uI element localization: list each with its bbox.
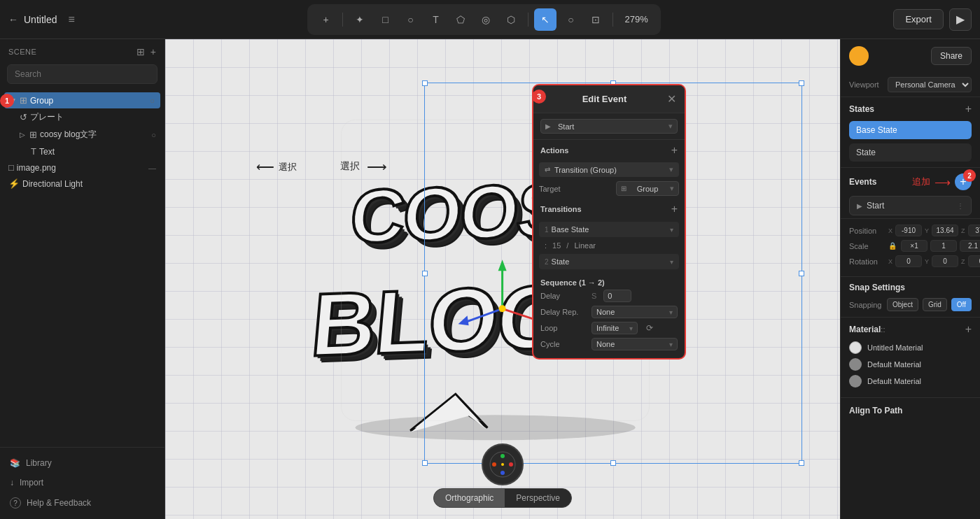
- material-item-3[interactable]: Default Material: [849, 375, 972, 388]
- snap-object-btn[interactable]: Object: [887, 298, 918, 311]
- zoom-level[interactable]: 279%: [619, 14, 653, 24]
- state2-label: State: [552, 257, 570, 266]
- tree-item-group[interactable]: 1 ▼ ⊞ Group ○: [4, 92, 160, 108]
- rot-z-value[interactable]: 0: [968, 255, 980, 267]
- states-title: States: [849, 104, 874, 114]
- scale-z-value[interactable]: 2.1: [960, 240, 980, 252]
- easing-sep: /: [566, 241, 568, 250]
- import-item[interactable]: ↓ Import: [0, 473, 164, 492]
- tool-select[interactable]: ↖: [534, 8, 556, 31]
- pos-z-value[interactable]: 375: [968, 225, 980, 236]
- material-grid-icon: ::: [881, 325, 885, 334]
- scale-label: Scale: [849, 242, 886, 250]
- states-header: States +: [849, 103, 972, 115]
- rot-y-value[interactable]: 0: [932, 255, 958, 267]
- loop-select[interactable]: Infinite ▾: [592, 322, 638, 334]
- panel-close-button[interactable]: ✕: [667, 92, 676, 106]
- grid-view-icon[interactable]: ⊞: [136, 46, 145, 57]
- add-transition-button[interactable]: +: [671, 203, 678, 215]
- scale-x-value[interactable]: ×1: [901, 240, 927, 252]
- scale-y-value[interactable]: 1: [930, 240, 957, 252]
- canvas-area[interactable]: COOSY COOSY COOSY COOSY BLOG BLOG BLOG B…: [165, 39, 840, 519]
- tool-text[interactable]: T: [424, 8, 447, 31]
- share-button[interactable]: Share: [931, 47, 972, 65]
- orthographic-btn[interactable]: Orthographic: [434, 489, 505, 507]
- material-item-2[interactable]: Default Material: [849, 358, 972, 371]
- state-chip[interactable]: State: [849, 143, 972, 162]
- start-event-chip[interactable]: ▶ Start ⋮: [849, 196, 972, 215]
- tool-rectangle[interactable]: □: [374, 8, 396, 31]
- tool-pentagon[interactable]: ⬠: [449, 8, 472, 31]
- add-event-button[interactable]: + 2: [955, 173, 972, 190]
- main-content: Scene ⊞ + 1 ▼ ⊞ Group ○ ↺ プレート: [0, 39, 980, 519]
- tool-add[interactable]: +: [314, 8, 337, 31]
- states-section: States + Base State State: [841, 97, 980, 168]
- rot-x-value[interactable]: 0: [895, 255, 922, 267]
- coosy-label: coosy blog文字: [40, 129, 148, 141]
- back-button[interactable]: ←: [8, 14, 18, 25]
- easing-label: Linear: [574, 241, 596, 250]
- perspective-btn[interactable]: Perspective: [505, 489, 571, 507]
- tree-item-light[interactable]: ⚡ Directional Light: [0, 176, 164, 192]
- material-section: Material :: + Untitled Material Default …: [841, 317, 980, 397]
- actions-header: Actions +: [533, 140, 685, 161]
- material-title: Material: [849, 325, 881, 334]
- tree-item-plate[interactable]: ↺ プレート: [0, 108, 164, 126]
- help-item[interactable]: ? Help & Feedback: [0, 492, 164, 513]
- menu-icon[interactable]: ≡: [68, 13, 74, 26]
- compass-svg: [487, 449, 518, 480]
- material-item-1[interactable]: Untitled Material: [849, 341, 972, 354]
- tool-circle[interactable]: ○: [399, 8, 421, 31]
- add-material-button[interactable]: +: [965, 323, 972, 336]
- viewport-select[interactable]: Personal Camera: [888, 77, 972, 92]
- delay-rep-select[interactable]: None ▾: [592, 306, 678, 318]
- svg-point-20: [500, 454, 505, 458]
- sidebar-header: Scene ⊞ +: [0, 39, 164, 62]
- image-visibility[interactable]: —: [148, 164, 156, 172]
- transitions-title: Transitions: [540, 205, 582, 213]
- svg-point-21: [509, 462, 513, 467]
- visibility-icon[interactable]: ○: [150, 97, 155, 105]
- pos-y-value[interactable]: 13.64: [932, 225, 958, 236]
- toolbar-divider: [342, 13, 343, 27]
- snap-grid-btn[interactable]: Grid: [923, 298, 947, 311]
- coosy-visibility[interactable]: ○: [151, 131, 156, 139]
- z-axis-label: Z: [961, 227, 965, 234]
- loop-extra[interactable]: ⟳: [646, 323, 653, 333]
- tree-item-image[interactable]: □ image.png —: [0, 159, 164, 176]
- add-state-button[interactable]: +: [965, 103, 972, 115]
- coosy-icon: ⊞: [29, 129, 37, 140]
- search-input[interactable]: [7, 64, 158, 84]
- library-item[interactable]: 📚 Library: [0, 453, 164, 473]
- plate-icon: ↺: [20, 112, 27, 122]
- tree-item-coosy[interactable]: ▷ ⊞ coosy blog文字 ○: [0, 126, 164, 143]
- x-axis-label: X: [888, 227, 892, 234]
- tool-wave[interactable]: ◎: [475, 8, 497, 31]
- base-state-chip[interactable]: Base State: [849, 121, 972, 139]
- snap-off-btn[interactable]: Off: [951, 298, 972, 311]
- tool-comment[interactable]: ○: [559, 8, 582, 31]
- cycle-select[interactable]: None ▾: [592, 338, 678, 350]
- toolbar-divider2: [528, 13, 528, 27]
- loop-value: Infinite: [596, 324, 619, 332]
- export-button[interactable]: Export: [893, 9, 944, 29]
- state1-row[interactable]: 1 Base State ▾: [539, 222, 679, 237]
- tool-tag[interactable]: ⬡: [500, 8, 522, 31]
- target-select[interactable]: ⊞ Group ▾: [616, 181, 679, 196]
- add-scene-icon[interactable]: +: [150, 46, 156, 57]
- add-arrow: ⟶: [934, 176, 951, 189]
- tool-cursor[interactable]: ✦: [349, 8, 371, 31]
- tree-item-text[interactable]: T Text: [0, 143, 164, 159]
- pos-x-value[interactable]: -910: [895, 225, 922, 236]
- nav-compass[interactable]: [482, 443, 524, 485]
- delay-input[interactable]: [603, 290, 631, 302]
- state2-row[interactable]: 2 State ▾: [539, 254, 679, 269]
- add-action-button[interactable]: +: [671, 144, 678, 157]
- material-name-2: Default Material: [867, 360, 921, 369]
- left-sidebar: Scene ⊞ + 1 ▼ ⊞ Group ○ ↺ プレート: [0, 39, 165, 519]
- play-button[interactable]: ▶: [949, 8, 972, 31]
- cycle-label: Cycle: [540, 340, 586, 348]
- tool-frame[interactable]: ⊡: [584, 8, 607, 31]
- scene-label: Scene: [8, 48, 36, 56]
- trigger-select[interactable]: ▶ Start ▾: [540, 119, 678, 134]
